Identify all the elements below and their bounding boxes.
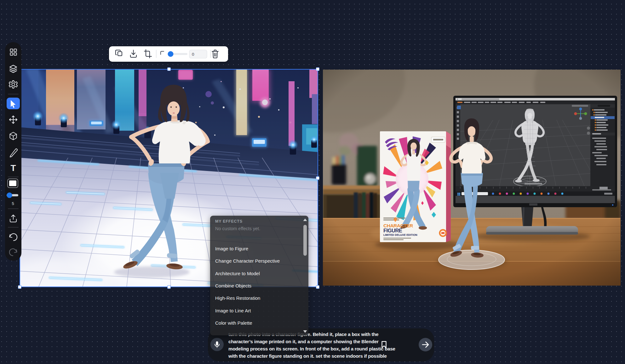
svg-text:0: 0 [192, 52, 194, 57]
svg-text:T: T [10, 163, 16, 173]
svg-text:5: 5 [12, 201, 14, 206]
